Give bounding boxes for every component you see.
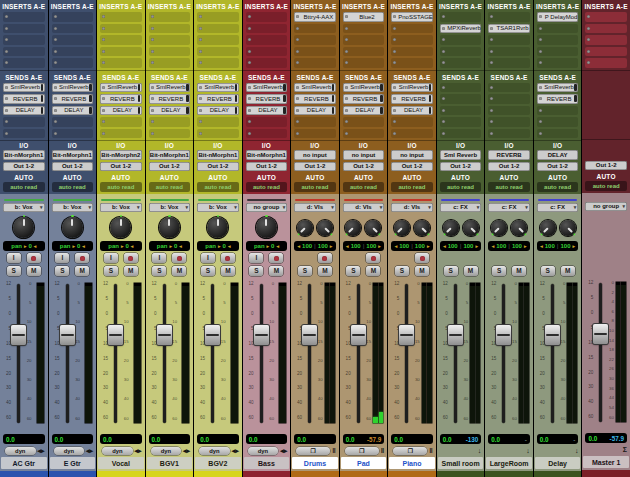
pan-knob[interactable] (443, 220, 459, 236)
automation-mode-selector[interactable]: auto read (52, 182, 94, 192)
insert-slot[interactable] (100, 24, 142, 34)
insert-slot[interactable] (537, 35, 579, 45)
send-slot[interactable] (440, 94, 482, 104)
insert-slot[interactable] (440, 58, 482, 68)
group-selector[interactable]: b: Vox▾ (100, 203, 142, 213)
group-selector[interactable]: c: FX▾ (440, 203, 482, 213)
volume-display[interactable]: 0.0- (537, 434, 579, 444)
send-slot[interactable]: DELAY (391, 106, 433, 116)
pan-knob[interactable] (560, 220, 576, 236)
pan-knob[interactable] (414, 220, 430, 236)
insert-slot[interactable] (52, 47, 94, 57)
record-enable-button[interactable] (415, 253, 429, 263)
send-slot[interactable] (440, 117, 482, 127)
output-window-icon[interactable]: ◂▸ (38, 447, 45, 454)
mute-button[interactable]: M (269, 266, 283, 276)
solo-button[interactable]: S (395, 266, 409, 276)
volume-display[interactable]: 0.0-57.9 (343, 434, 385, 444)
insert-slot[interactable] (149, 35, 191, 45)
record-enable-button[interactable] (366, 253, 380, 263)
insert-slot[interactable] (246, 58, 288, 68)
solo-button[interactable]: S (444, 266, 458, 276)
pan-knob[interactable] (463, 220, 479, 236)
insert-slot[interactable] (294, 24, 336, 34)
send-slot[interactable]: DELAY (197, 106, 239, 116)
insert-slot[interactable] (197, 24, 239, 34)
send-slot[interactable]: DELAY (294, 106, 336, 116)
insert-slot[interactable] (537, 24, 579, 34)
solo-button[interactable]: S (346, 266, 360, 276)
send-slot[interactable] (100, 129, 142, 139)
input-monitor-button[interactable]: I (7, 253, 21, 263)
pan-display[interactable]: pan▸0◂ (197, 241, 239, 251)
send-slot[interactable]: REVERB (52, 94, 94, 104)
pause-icon[interactable]: ‖ (332, 447, 335, 454)
input-selector[interactable]: Bit-nMorphn1 (197, 150, 239, 160)
insert-slot[interactable] (246, 47, 288, 57)
volume-display[interactable]: 0.0 (391, 434, 433, 444)
input-selector[interactable]: no input (294, 150, 336, 160)
automation-mode-selector[interactable]: auto read (488, 182, 530, 192)
group-selector[interactable]: b: Vox▾ (197, 203, 239, 213)
group-selector[interactable]: d: VIs▾ (294, 203, 336, 213)
send-slot[interactable] (440, 129, 482, 139)
send-slot[interactable]: SmlReverb (100, 83, 142, 93)
pan-display[interactable]: ◂100|100▸ (440, 241, 482, 251)
insert-slot[interactable]: Blue2 (343, 12, 385, 22)
input-monitor-button[interactable]: I (55, 253, 69, 263)
pan-knob[interactable] (511, 220, 527, 236)
input-selector[interactable]: REVERB (488, 150, 530, 160)
insert-slot[interactable] (343, 58, 385, 68)
insert-slot[interactable] (585, 24, 627, 34)
send-slot[interactable]: REVERB (537, 94, 579, 104)
insert-slot[interactable] (246, 24, 288, 34)
solo-button[interactable]: S (152, 266, 166, 276)
master-meter-icon[interactable]: Σ (623, 446, 627, 453)
input-monitor-button[interactable]: I (152, 253, 166, 263)
volume-display[interactable]: 0.0-57.9 (585, 433, 627, 443)
input-selector[interactable]: Bit-nMorphn1 (52, 150, 94, 160)
send-slot[interactable]: REVERB (246, 94, 288, 104)
insert-slot[interactable] (52, 35, 94, 45)
send-slot[interactable]: DELAY (3, 106, 45, 116)
input-selector[interactable]: DELAY (537, 150, 579, 160)
track-name[interactable]: BGV1 (147, 457, 193, 469)
output-window-icon[interactable]: ◂▸ (183, 447, 190, 454)
automation-mode-selector[interactable]: auto read (3, 182, 45, 192)
record-enable-button[interactable] (75, 253, 89, 263)
output-selector[interactable]: Out 1-2 (294, 162, 336, 172)
mute-button[interactable]: M (561, 266, 575, 276)
insert-slot[interactable]: TSAR1Rvrb (488, 24, 530, 34)
track-name[interactable]: LargeRoom (486, 457, 532, 469)
insert-slot[interactable] (3, 35, 45, 45)
solo-button[interactable]: S (249, 266, 263, 276)
pause-icon[interactable]: ‖ (381, 447, 384, 454)
insert-slot[interactable] (3, 47, 45, 57)
mute-button[interactable]: M (172, 266, 186, 276)
output-selector[interactable]: Out 1-2 (3, 162, 45, 172)
insert-slot[interactable] (100, 35, 142, 45)
track-name[interactable]: E Gtr (50, 457, 96, 469)
input-monitor-button[interactable]: I (201, 253, 215, 263)
pan-display[interactable]: ◂100|100▸ (488, 241, 530, 251)
input-monitor-button[interactable]: I (249, 253, 263, 263)
send-slot[interactable]: SmlReverb (343, 83, 385, 93)
input-selector[interactable]: Bit-nMorphn2 (100, 150, 142, 160)
mute-button[interactable]: M (318, 266, 332, 276)
output-selector[interactable]: Out 1-2 (391, 162, 433, 172)
dyn-button[interactable]: dyn (248, 447, 279, 455)
input-selector[interactable]: Sml Reverb (440, 150, 482, 160)
insert-slot[interactable] (585, 35, 627, 45)
solo-button[interactable]: S (541, 266, 555, 276)
solo-button[interactable]: S (201, 266, 215, 276)
output-window-icon[interactable]: ◂▸ (86, 447, 93, 454)
volume-display[interactable]: 0.0 (197, 434, 239, 444)
insert-slot[interactable] (197, 47, 239, 57)
track-name[interactable]: BGV2 (195, 457, 241, 469)
track-name[interactable]: Small room (438, 457, 484, 469)
send-slot[interactable]: SmlReverb (391, 83, 433, 93)
group-selector[interactable]: no group▾ (585, 202, 627, 212)
input-monitor-button[interactable]: I (104, 253, 118, 263)
dyn-button[interactable]: dyn (102, 447, 133, 455)
group-selector[interactable]: c: FX▾ (537, 203, 579, 213)
